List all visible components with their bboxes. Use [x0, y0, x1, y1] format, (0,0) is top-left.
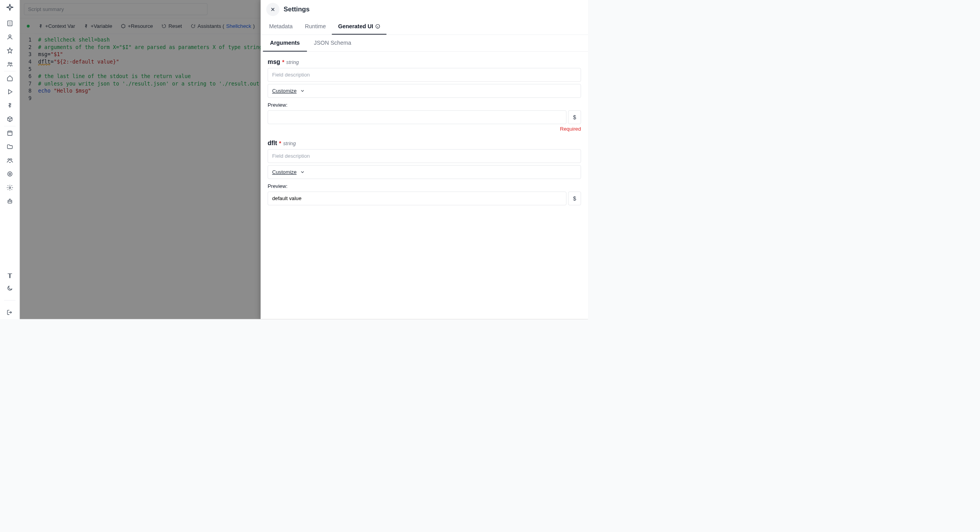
dollar-icon[interactable] [6, 102, 13, 109]
description-input[interactable] [268, 68, 581, 82]
preview-label: Preview: [268, 102, 581, 108]
svg-point-12 [10, 201, 11, 202]
svg-point-5 [8, 159, 9, 160]
info-icon [375, 24, 380, 29]
preview-label: Preview: [268, 183, 581, 189]
arg-name: dflt [268, 140, 277, 147]
group-icon[interactable] [6, 61, 13, 68]
settings-panel: Settings Metadata Runtime Generated UI A… [261, 0, 588, 319]
required-asterisk: * [282, 59, 285, 66]
customize-toggle[interactable]: Customize [268, 84, 581, 98]
sidebar [0, 0, 20, 319]
svg-point-11 [9, 201, 9, 202]
dollar-button[interactable]: $ [568, 191, 581, 205]
arg-type: string [283, 140, 296, 147]
close-button[interactable] [266, 3, 279, 16]
subtab-arguments[interactable]: Arguments [263, 35, 307, 52]
folder-icon[interactable] [6, 143, 13, 150]
building-icon[interactable] [6, 20, 13, 27]
logo-icon[interactable] [6, 3, 14, 11]
preview-input[interactable] [268, 191, 566, 205]
argument-block: msg* string Customize Preview: $ Require… [268, 58, 581, 132]
home-icon[interactable] [6, 75, 13, 82]
panel-body: msg* string Customize Preview: $ Require… [261, 52, 588, 319]
svg-point-1 [9, 35, 11, 37]
svg-point-3 [11, 63, 12, 64]
svg-rect-0 [7, 21, 12, 26]
subtabs: Arguments JSON Schema [261, 35, 588, 52]
svg-point-7 [7, 172, 12, 176]
subtab-json-schema[interactable]: JSON Schema [307, 35, 358, 52]
play-icon[interactable] [6, 88, 13, 95]
required-text: Required [268, 126, 581, 132]
tab-generated-ui[interactable]: Generated UI [332, 19, 387, 35]
svg-point-6 [10, 159, 12, 160]
moon-icon[interactable] [6, 284, 13, 292]
dollar-button[interactable]: $ [568, 110, 581, 124]
cube-icon[interactable] [6, 116, 13, 123]
argument-block: dflt* string Customize Preview: $ [268, 140, 581, 205]
preview-input[interactable] [268, 110, 566, 124]
svg-point-9 [9, 187, 11, 188]
panel-tabs: Metadata Runtime Generated UI [261, 19, 588, 35]
target-icon[interactable] [6, 170, 13, 177]
gear-icon[interactable] [6, 184, 13, 191]
book-icon[interactable] [6, 272, 13, 279]
arg-name: msg [268, 58, 280, 66]
required-asterisk: * [279, 140, 281, 147]
arg-type: string [286, 59, 299, 66]
star-icon[interactable] [6, 47, 13, 54]
chevron-down-icon [300, 88, 305, 93]
users-icon[interactable] [6, 157, 13, 164]
svg-point-8 [9, 173, 11, 175]
panel-title: Settings [284, 5, 310, 13]
robot-icon[interactable] [6, 198, 13, 205]
tab-runtime[interactable]: Runtime [299, 19, 332, 35]
svg-point-2 [8, 62, 10, 64]
user-icon[interactable] [6, 33, 13, 40]
customize-toggle[interactable]: Customize [268, 165, 581, 179]
logout-icon[interactable] [6, 309, 13, 316]
svg-rect-4 [7, 131, 12, 135]
calendar-icon[interactable] [6, 129, 13, 137]
chevron-down-icon [300, 169, 305, 175]
description-input[interactable] [268, 149, 581, 163]
tab-metadata[interactable]: Metadata [263, 19, 299, 35]
